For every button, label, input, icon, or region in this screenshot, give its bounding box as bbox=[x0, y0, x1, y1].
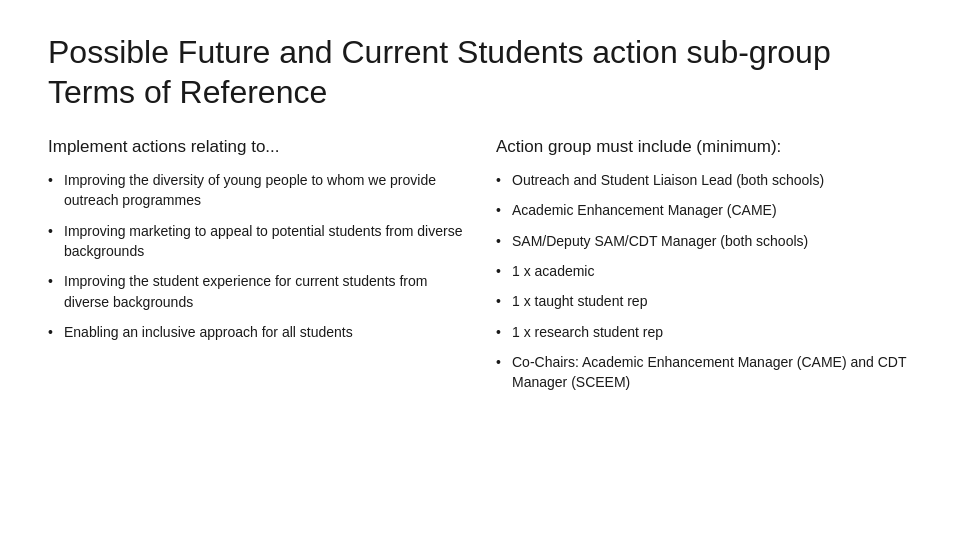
list-item: 1 x taught student rep bbox=[496, 291, 912, 311]
list-item: Co-Chairs: Academic Enhancement Manager … bbox=[496, 352, 912, 393]
right-header: Action group must include (minimum): bbox=[496, 136, 912, 158]
content-row: Implement actions relating to... Improvi… bbox=[48, 136, 912, 516]
page: Possible Future and Current Students act… bbox=[0, 0, 960, 540]
list-item: Enabling an inclusive approach for all s… bbox=[48, 322, 464, 342]
list-item: 1 x academic bbox=[496, 261, 912, 281]
list-item: 1 x research student rep bbox=[496, 322, 912, 342]
list-item: Improving the diversity of young people … bbox=[48, 170, 464, 211]
left-bullet-list: Improving the diversity of young people … bbox=[48, 170, 464, 352]
list-item: Academic Enhancement Manager (CAME) bbox=[496, 200, 912, 220]
left-column: Implement actions relating to... Improvi… bbox=[48, 136, 464, 516]
list-item: Improving the student experience for cur… bbox=[48, 271, 464, 312]
right-bullet-list: Outreach and Student Liaison Lead (both … bbox=[496, 170, 912, 402]
left-header: Implement actions relating to... bbox=[48, 136, 464, 158]
list-item: SAM/Deputy SAM/CDT Manager (both schools… bbox=[496, 231, 912, 251]
page-title: Possible Future and Current Students act… bbox=[48, 32, 912, 112]
right-column: Action group must include (minimum): Out… bbox=[496, 136, 912, 516]
list-item: Outreach and Student Liaison Lead (both … bbox=[496, 170, 912, 190]
list-item: Improving marketing to appeal to potenti… bbox=[48, 221, 464, 262]
